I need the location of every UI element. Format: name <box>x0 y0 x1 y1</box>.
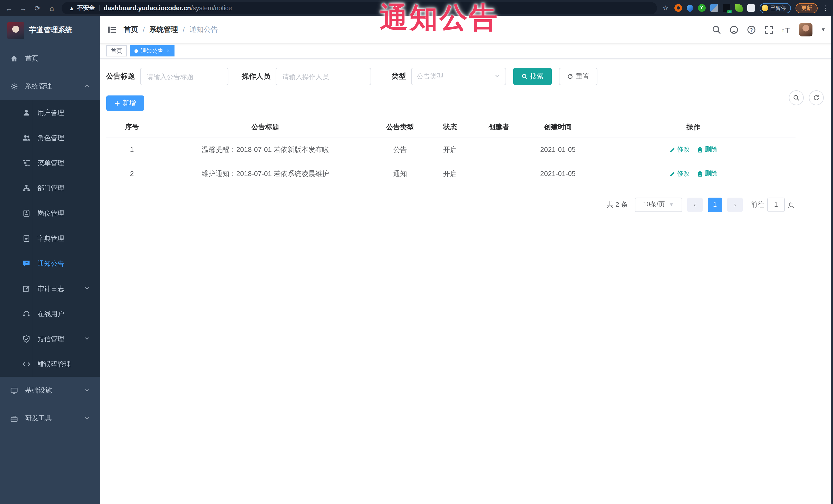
hamburger-icon[interactable] <box>107 25 117 34</box>
sidebar-item-menus[interactable]: 菜单管理 <box>0 150 100 175</box>
sidebar-item-dictionary[interactable]: 字典管理 <box>0 226 100 251</box>
toggle-search-button[interactable] <box>789 90 804 105</box>
sidebar-item-online-users[interactable]: 在线用户 <box>0 301 100 327</box>
close-icon[interactable]: × <box>167 48 170 54</box>
shield-icon <box>23 335 30 343</box>
fullscreen-icon[interactable] <box>764 25 774 34</box>
sidebar-item-positions[interactable]: 岗位管理 <box>0 201 100 226</box>
tag-notices[interactable]: 通知公告 × <box>130 45 175 56</box>
back-icon[interactable]: ← <box>4 3 13 13</box>
bookmark-star-icon[interactable]: ☆ <box>662 4 669 12</box>
refresh-table-button[interactable] <box>809 90 824 105</box>
sidebar-item-users[interactable]: 用户管理 <box>0 100 100 125</box>
help-icon[interactable]: ? <box>747 25 756 34</box>
profile-paused-chip[interactable]: 已暂停 <box>759 3 791 13</box>
add-button[interactable]: 新增 <box>106 95 144 111</box>
green-y-extension-icon[interactable]: Y <box>698 4 706 12</box>
sidebar-item-label: 短信管理 <box>38 334 64 344</box>
sidebar-item-error-codes[interactable]: 错误码管理 <box>0 352 100 377</box>
orange-extension-icon[interactable] <box>674 4 682 12</box>
col-header-creator: 创建者 <box>473 117 525 138</box>
cell-created: 2021-01-05 <box>525 162 591 186</box>
reset-button[interactable]: 重置 <box>559 68 597 85</box>
cell-status: 开启 <box>427 162 473 186</box>
online-user-icon <box>23 310 30 318</box>
puzzle-extension-icon[interactable] <box>747 4 755 12</box>
trash-icon <box>697 171 703 177</box>
sidebar-item-label: 研发工具 <box>25 414 52 423</box>
delete-button[interactable]: 删除 <box>697 169 717 178</box>
goto-page-input[interactable] <box>767 197 785 212</box>
col-header-created: 创建时间 <box>525 117 591 138</box>
sidebar-item-audit-log[interactable]: 审计日志 <box>0 276 100 301</box>
sidebar-item-system[interactable]: 系统管理 <box>0 72 100 100</box>
page-number-1[interactable]: 1 <box>708 197 722 212</box>
app-logo-row[interactable]: 芋道管理系统 <box>0 16 100 45</box>
home-icon <box>10 55 18 62</box>
operator-filter-input[interactable] <box>276 68 371 85</box>
tag-home[interactable]: 首页 <box>106 45 127 56</box>
col-header-status: 状态 <box>427 117 473 138</box>
title-filter-input[interactable] <box>140 68 229 85</box>
chevron-down-icon: ▼ <box>669 202 674 207</box>
font-size-icon[interactable]: tT <box>782 25 791 34</box>
sidebar-item-sms[interactable]: 短信管理 <box>0 327 100 352</box>
sidebar-item-home[interactable]: 首页 <box>0 45 100 72</box>
edit-log-icon <box>23 285 30 292</box>
delete-button[interactable]: 删除 <box>697 145 717 154</box>
monitor-icon <box>10 387 18 394</box>
caret-down-icon[interactable]: ▼ <box>821 27 826 32</box>
forward-icon[interactable]: → <box>19 3 28 13</box>
page-content: 公告标题 操作人员 类型 公告类型 搜索 重置 <box>100 58 833 504</box>
home-icon[interactable]: ⌂ <box>47 3 56 13</box>
sidebar-item-dev-tools[interactable]: 研发工具 <box>0 404 100 432</box>
browser-update-button[interactable]: 更新 <box>795 3 817 13</box>
search-button[interactable]: 搜索 <box>513 68 552 85</box>
sidebar-item-roles[interactable]: 角色管理 <box>0 125 100 150</box>
tags-view: 首页 通知公告 × <box>100 44 833 58</box>
breadcrumb-separator: / <box>143 25 145 33</box>
security-warning[interactable]: ▲不安全 <box>69 4 95 12</box>
cell-type: 公告 <box>373 138 427 162</box>
active-dot-icon <box>135 49 138 53</box>
url-text[interactable]: dashboard.yudao.iocoder.cn/system/notice <box>104 4 232 11</box>
prev-page-button[interactable]: ‹ <box>687 197 703 212</box>
github-icon[interactable] <box>729 25 739 34</box>
breadcrumb-current: 通知公告 <box>189 25 218 34</box>
sidebar-item-infrastructure[interactable]: 基础设施 <box>0 377 100 404</box>
menu-tree-icon <box>23 159 30 167</box>
svg-text:t: t <box>782 27 784 33</box>
on-badge-extension-icon[interactable] <box>722 4 730 12</box>
sidebar-item-departments[interactable]: 部门管理 <box>0 175 100 201</box>
cell-creator <box>473 162 525 186</box>
type-filter-select[interactable]: 公告类型 <box>411 68 506 85</box>
title-filter-label: 公告标题 <box>106 72 135 81</box>
search-icon[interactable] <box>712 25 721 34</box>
cell-no: 2 <box>106 162 158 186</box>
page-size-select[interactable]: 10条/页 ▼ <box>635 197 682 212</box>
filter-form: 公告标题 操作人员 类型 公告类型 搜索 重置 <box>106 68 827 85</box>
breadcrumb-home[interactable]: 首页 <box>124 25 138 34</box>
address-bar[interactable]: ▲不安全 dashboard.yudao.iocoder.cn/system/n… <box>62 2 657 14</box>
user-avatar[interactable] <box>799 23 812 36</box>
reload-icon[interactable]: ⟳ <box>33 3 42 13</box>
table-row[interactable]: 2 维护通知：2018-07-01 若依系统凌晨维护 通知 开启 2021-01… <box>106 162 795 186</box>
leaf-extension-icon[interactable] <box>735 4 742 12</box>
browser-scrollbar[interactable] <box>831 16 833 504</box>
blue-drop-extension-icon[interactable] <box>685 3 695 13</box>
cell-creator <box>473 138 525 162</box>
users-icon <box>23 134 30 142</box>
grid-extension-icon[interactable] <box>710 4 718 12</box>
sidebar-item-notices[interactable]: 通知公告 <box>0 251 100 276</box>
next-page-button[interactable]: › <box>727 197 743 212</box>
edit-button[interactable]: 修改 <box>669 145 690 154</box>
browser-menu-icon[interactable]: ⋮ <box>822 4 829 12</box>
breadcrumb: 首页 / 系统管理 / 通知公告 <box>124 25 218 34</box>
top-navbar: 首页 / 系统管理 / 通知公告 ? tT ▼ <box>100 16 833 44</box>
page-unit-label: 页 <box>788 200 794 209</box>
breadcrumb-system[interactable]: 系统管理 <box>149 25 178 34</box>
cell-no: 1 <box>106 138 158 162</box>
edit-button[interactable]: 修改 <box>669 169 690 178</box>
breadcrumb-separator: / <box>183 25 185 33</box>
table-row[interactable]: 1 温馨提醒：2018-07-01 若依新版本发布啦 公告 开启 2021-01… <box>106 138 795 162</box>
